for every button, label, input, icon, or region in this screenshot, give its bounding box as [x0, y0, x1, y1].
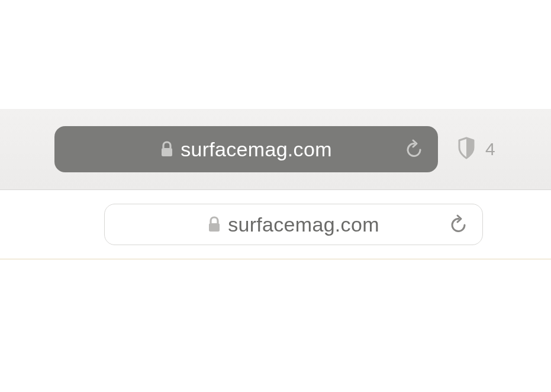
shield-count: 4	[485, 139, 495, 159]
browser-toolbar-dark: surfacemag.com 4	[0, 109, 551, 190]
shield-icon	[456, 136, 477, 163]
reload-button[interactable]	[405, 139, 424, 160]
privacy-shield-button[interactable]: 4	[456, 136, 495, 163]
address-bar[interactable]: surfacemag.com	[104, 204, 483, 245]
reload-button[interactable]	[449, 214, 468, 235]
url-text: surfacemag.com	[181, 138, 332, 161]
lock-icon	[160, 141, 173, 158]
lock-icon	[208, 216, 221, 233]
address-bar[interactable]: surfacemag.com	[54, 126, 438, 172]
url-text: surfacemag.com	[228, 213, 379, 236]
svg-rect-0	[162, 148, 172, 156]
browser-toolbar-light: surfacemag.com	[0, 190, 551, 259]
svg-rect-1	[209, 223, 220, 232]
